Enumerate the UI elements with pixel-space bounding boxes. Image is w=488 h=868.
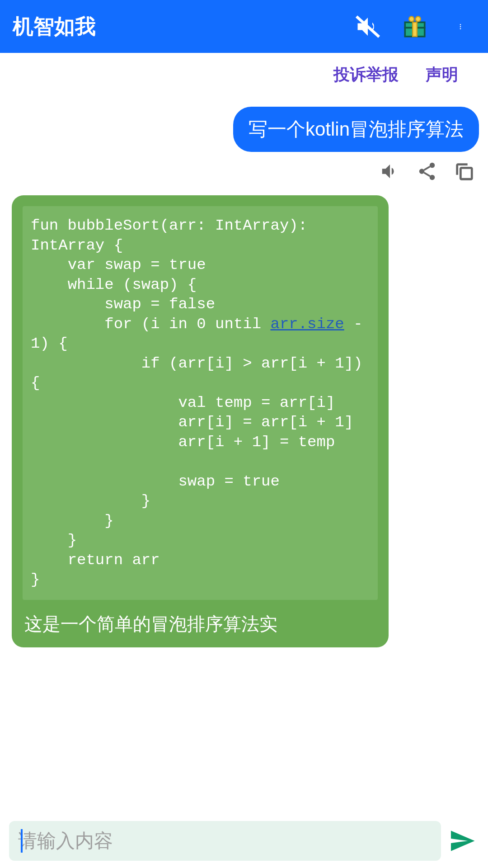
top-links: 投诉举报 声明: [0, 53, 488, 94]
message-input[interactable]: 请输入内容: [9, 821, 441, 861]
svg-point-7: [460, 26, 461, 27]
svg-point-9: [430, 163, 435, 168]
svg-rect-3: [413, 22, 417, 36]
input-bar: 请输入内容: [0, 814, 488, 868]
message-actions: [9, 155, 479, 195]
user-message-row: 写一个kotlin冒泡排序算法: [9, 94, 479, 155]
svg-line-12: [424, 166, 430, 170]
code-block: fun bubbleSort(arr: IntArray): IntArray …: [23, 206, 378, 600]
svg-point-4: [409, 16, 414, 21]
svg-point-10: [419, 169, 425, 174]
send-button[interactable]: [446, 827, 479, 854]
mute-icon[interactable]: [354, 13, 381, 40]
share-icon[interactable]: [417, 161, 437, 182]
code-text: fun bubbleSort(arr: IntArray): IntArray …: [31, 216, 373, 590]
user-message-bubble: 写一个kotlin冒泡排序算法: [233, 107, 479, 152]
report-link[interactable]: 投诉举报: [333, 64, 399, 86]
chat-area: 写一个kotlin冒泡排序算法 fun bubbleSort(arr: IntA…: [0, 94, 488, 647]
code-link[interactable]: arr.size: [271, 316, 344, 333]
input-placeholder: 请输入内容: [18, 828, 113, 854]
app-header: 机智如我: [0, 0, 488, 53]
text-cursor: [21, 829, 23, 853]
svg-point-5: [416, 16, 421, 21]
declare-link[interactable]: 声明: [426, 64, 458, 86]
bot-message-bubble: fun bubbleSort(arr: IntArray): IntArray …: [12, 195, 389, 647]
svg-rect-14: [460, 168, 472, 179]
bot-explanation: 这是一个简单的冒泡排序算法实: [23, 600, 378, 637]
svg-point-6: [460, 24, 461, 25]
svg-point-8: [460, 28, 461, 29]
gift-icon[interactable]: [401, 13, 428, 40]
svg-point-11: [430, 175, 435, 180]
svg-line-13: [424, 173, 430, 176]
header-actions: [354, 13, 475, 40]
page-title: 机智如我: [13, 13, 354, 41]
speaker-icon[interactable]: [380, 161, 400, 182]
copy-icon[interactable]: [454, 161, 474, 182]
more-menu-icon[interactable]: [448, 13, 475, 40]
